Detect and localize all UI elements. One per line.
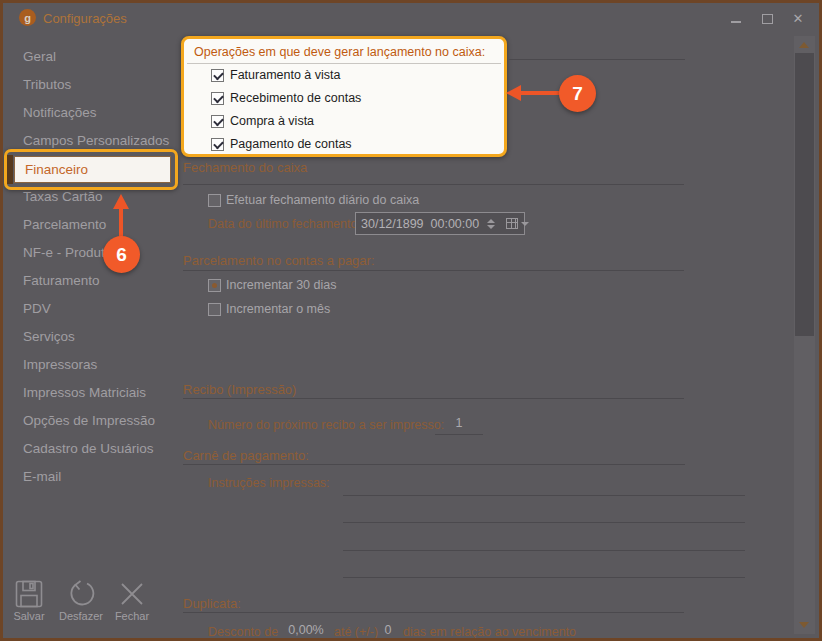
window-title: Configurações xyxy=(43,11,127,26)
option-checked-icon[interactable] xyxy=(208,279,221,292)
carne-section-header: Carnê de pagamento: xyxy=(183,448,309,463)
desconto-value-field[interactable]: 0,00% xyxy=(284,623,328,641)
maximize-button[interactable] xyxy=(760,12,774,26)
incrementar-30-dias-label[interactable]: Incrementar 30 dias xyxy=(226,278,336,292)
sidebar-item-notificacoes[interactable]: Notificações xyxy=(3,99,175,127)
annotation-highlight-operations: Operações em que deve gerar lançamento n… xyxy=(181,36,507,157)
minimize-icon xyxy=(731,21,741,23)
sidebar-item-opcoes-impressao[interactable]: Opções de Impressão xyxy=(3,407,175,435)
duplicata-header-rule xyxy=(183,612,684,613)
instruction-input-line-3[interactable] xyxy=(343,550,745,551)
next-receipt-number-label: Número do próximo recibo a ser impresso: xyxy=(208,418,444,432)
sidebar-item-financeiro[interactable]: Financeiro xyxy=(14,156,171,183)
last-close-date-field[interactable]: 30/12/1899 00:00:00 xyxy=(355,212,525,235)
checkbox-row-compra-a-vista[interactable]: Compra à vista xyxy=(211,114,314,128)
annotation-arrow-7-shaft xyxy=(519,91,563,95)
selected-item-marker xyxy=(7,155,13,184)
vertical-scrollbar[interactable] xyxy=(794,36,815,634)
app-logo-icon: g xyxy=(19,9,36,26)
parcelamento-section-header: Parcelamento no contas a pagar: xyxy=(183,253,375,268)
parcelamento-header-rule xyxy=(183,270,684,271)
instruction-input-line-4[interactable] xyxy=(343,577,745,578)
dias-label: dias em relação ao vencimento xyxy=(403,625,576,639)
sidebar-item-faturamento[interactable]: Faturamento xyxy=(3,267,175,295)
checkbox-row-recebimento-de-contas[interactable]: Recebimento de contas xyxy=(211,91,361,105)
operations-header-rule xyxy=(187,63,501,64)
date-spinner[interactable] xyxy=(487,219,495,229)
close-x-icon xyxy=(118,580,146,608)
checkbox-label: Faturamento à vista xyxy=(230,68,340,82)
settings-nav: Geral Tributos Notificações Campos Perso… xyxy=(3,43,175,491)
maximize-icon xyxy=(762,14,773,24)
checkbox-label: Compra à vista xyxy=(230,114,314,128)
sidebar-item-nfe-produtos[interactable]: NF-e - Produtos xyxy=(3,239,175,267)
sidebar-item-cadastro-usuarios[interactable]: Cadastro de Usuários xyxy=(3,435,175,463)
scrollbar-thumb[interactable] xyxy=(795,53,814,336)
checkbox-checked-icon[interactable] xyxy=(211,69,224,82)
fechamento-section-header: Fechamento do caixa xyxy=(183,160,307,175)
ate-label: até (+/-) xyxy=(334,625,378,639)
spin-down-icon xyxy=(487,225,495,229)
floppy-disk-icon xyxy=(15,580,43,608)
incrementar-o-mes-label[interactable]: Incrementar o mês xyxy=(226,302,330,316)
instruction-input-line-2[interactable] xyxy=(343,522,745,523)
sidebar-item-parcelamento[interactable]: Parcelamento xyxy=(3,211,175,239)
checkbox-label: Pagamento de contas xyxy=(230,137,352,151)
minimize-button[interactable] xyxy=(729,12,743,26)
save-button-label: Salvar xyxy=(1,610,57,622)
undo-button-label: Desfazer xyxy=(53,610,109,622)
settings-window: g Configurações ✕ Geral Tributos Notific… xyxy=(0,0,822,641)
scroll-down-icon[interactable] xyxy=(799,622,809,628)
checkbox-checked-icon[interactable] xyxy=(211,138,224,151)
sidebar-item-email[interactable]: E-mail xyxy=(3,463,175,491)
window-controls: ✕ xyxy=(729,12,805,26)
operations-header-rule-continuation xyxy=(509,59,685,60)
dias-value-field[interactable]: 0 xyxy=(379,623,397,641)
sidebar-item-servicos[interactable]: Serviços xyxy=(3,323,175,351)
annotation-step-7-badge: 7 xyxy=(559,75,596,112)
recibo-header-rule xyxy=(183,398,684,399)
operations-section-header: Operações em que deve gerar lançamento n… xyxy=(194,45,485,59)
checkbox-unchecked-icon[interactable] xyxy=(208,194,221,207)
calendar-icon xyxy=(506,218,518,229)
annotation-step-6-badge: 6 xyxy=(103,236,140,273)
duplicata-section-header: Duplicata: xyxy=(183,596,241,611)
sidebar-item-geral[interactable]: Geral xyxy=(3,43,175,71)
checkbox-row-pagamento-de-contas[interactable]: Pagamento de contas xyxy=(211,137,352,151)
spin-up-icon xyxy=(487,219,495,223)
last-close-date-value: 30/12/1899 00:00:00 xyxy=(356,217,479,231)
calendar-dropdown-button[interactable] xyxy=(503,218,532,229)
titlebar: g Configurações ✕ xyxy=(3,3,819,33)
dropdown-arrow-icon xyxy=(521,222,529,226)
recibo-section-header: Recibo (Impressão) xyxy=(183,382,296,397)
close-panel-button[interactable]: Fechar xyxy=(104,580,160,622)
instructions-label: Instruções impressas: xyxy=(208,476,330,490)
undo-icon xyxy=(67,580,95,608)
checkbox-checked-icon[interactable] xyxy=(211,92,224,105)
daily-close-checkbox-label[interactable]: Efetuar fechamento diário do caixa xyxy=(226,193,419,207)
undo-button[interactable]: Desfazer xyxy=(53,580,109,622)
sidebar-item-impressoras[interactable]: Impressoras xyxy=(3,351,175,379)
fechamento-header-rule xyxy=(183,184,684,185)
app-logo-glyph: g xyxy=(24,12,31,24)
checkbox-unchecked-icon[interactable] xyxy=(208,303,221,316)
carne-header-rule xyxy=(183,464,685,465)
instruction-input-line-1[interactable] xyxy=(343,495,745,496)
close-button[interactable]: ✕ xyxy=(791,12,805,26)
sidebar-item-pdv[interactable]: PDV xyxy=(3,295,175,323)
last-close-label: Data do último fechamento: xyxy=(208,217,361,231)
checkbox-row-faturamento-a-vista[interactable]: Faturamento à vista xyxy=(211,68,340,82)
close-panel-button-label: Fechar xyxy=(104,610,160,622)
annotation-highlight-financeiro: Financeiro xyxy=(4,149,178,190)
checkbox-label: Recebimento de contas xyxy=(230,91,361,105)
sidebar-item-tributos[interactable]: Tributos xyxy=(3,71,175,99)
sidebar-item-impressos-matriciais[interactable]: Impressos Matriciais xyxy=(3,379,175,407)
save-button[interactable]: Salvar xyxy=(1,580,57,622)
scroll-up-icon[interactable] xyxy=(799,42,809,48)
desconto-label: Desconto de xyxy=(208,625,278,639)
checkbox-checked-icon[interactable] xyxy=(211,115,224,128)
next-receipt-number-field[interactable]: 1 xyxy=(435,416,483,435)
